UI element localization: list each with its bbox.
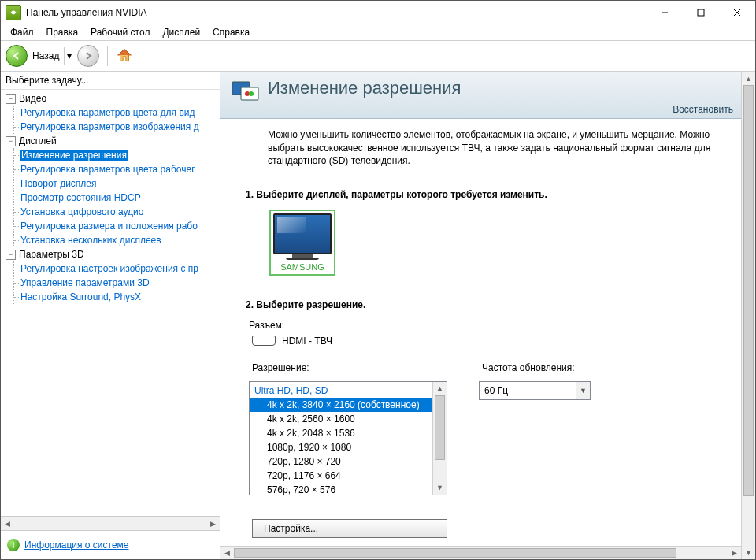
content-header: Изменение разрешения Восстановить [220,72,741,119]
tree-item-digital-audio[interactable]: Установка цифрового аудио [20,206,143,217]
sidebar-horizontal-scrollbar[interactable]: ◀ ▶ [1,516,220,530]
back-dropdown-icon[interactable]: ▾ [64,47,74,65]
tree-category-3d[interactable]: Параметры 3D [19,249,84,260]
menu-help[interactable]: Справка [208,25,254,39]
menu-display[interactable]: Дисплей [158,25,205,39]
hdmi-icon [252,336,276,346]
step2-title: 2. Выберите разрешение. [246,299,741,310]
restore-link[interactable]: Восстановить [673,104,733,115]
listbox-scrollbar[interactable]: ▲ ▼ [432,382,447,495]
display-name-label: SAMSUNG [273,262,332,272]
scroll-up-icon[interactable]: ▲ [742,72,755,85]
scrollbar-thumb[interactable] [234,548,676,558]
toolbar-separator [107,46,108,66]
tree-item-manage-3d[interactable]: Управление параметрами 3D [20,277,150,288]
tree-item-size-position[interactable]: Регулировка размера и положения рабо [20,221,198,232]
resolution-label: Разрешение: [252,362,447,373]
content-horizontal-scrollbar[interactable]: ◀ ▶ [220,546,741,559]
tree-expander-icon[interactable]: − [6,250,16,260]
home-button[interactable] [116,46,133,66]
nvidia-app-icon [6,5,21,20]
window-title: Панель управления NVIDIA [26,7,647,18]
back-label: Назад [32,50,59,61]
tree-item-surround-physx[interactable]: Настройка Surround, PhysX [20,291,141,302]
sidebar: Выберите задачу... −Видео Регулировка па… [1,72,220,559]
toolbar: Назад ▾ [1,40,755,72]
menu-file[interactable]: Файл [6,25,39,39]
menu-edit[interactable]: Правка [42,25,83,39]
scroll-down-icon[interactable]: ▼ [742,546,755,559]
back-arrow-icon [6,45,28,67]
resolution-option[interactable]: 720p, 1176 × 664 [250,469,432,483]
tree-expander-icon[interactable]: − [6,136,16,146]
scrollbar-thumb[interactable] [435,395,445,460]
resolution-group-label: Ultra HD, HD, SD [250,384,432,398]
task-tree: −Видео Регулировка параметров цвета для … [1,89,220,516]
svg-point-7 [249,91,254,96]
scroll-down-icon[interactable]: ▼ [433,481,447,495]
content-vertical-scrollbar[interactable]: ▲ ▼ [741,72,755,559]
display-thumbnail[interactable]: SAMSUNG [269,210,335,276]
scroll-right-icon[interactable]: ▶ [206,517,220,530]
resolution-option[interactable]: 4k x 2k, 2560 × 1600 [250,412,432,426]
maximize-button[interactable] [683,1,719,24]
customize-button[interactable]: Настройка... [252,519,447,538]
back-button[interactable]: Назад ▾ [6,45,74,67]
svg-rect-1 [698,9,704,16]
description-text: Можно уменьшить количество элементов, от… [268,128,740,167]
chevron-down-icon[interactable]: ▼ [576,382,590,399]
tree-category-video[interactable]: Видео [19,93,46,104]
connector-label: Разъем: [249,320,741,331]
tree-item-multiple-displays[interactable]: Установка нескольких дисплеев [20,235,161,246]
tree-item-image-settings[interactable]: Регулировка настроек изображения с пр [20,263,198,274]
refresh-rate-value: 60 Гц [480,385,576,396]
resolution-option[interactable]: 1080p, 1920 × 1080 [250,440,432,454]
close-button[interactable] [719,1,755,24]
connector-value: HDMI - ТВЧ [282,336,332,347]
system-info-link[interactable]: Информация о системе [24,540,128,551]
page-title: Изменение разрешения [268,78,461,98]
minimize-button[interactable] [647,1,683,24]
tree-item-change-resolution[interactable]: Изменение разрешения [20,150,128,161]
task-label: Выберите задачу... [1,72,220,89]
scroll-left-icon[interactable]: ◀ [1,517,14,530]
content-area: Изменение разрешения Восстановить Можно … [220,72,741,559]
menu-desktop[interactable]: Рабочий стол [86,25,154,39]
resolution-option[interactable]: 4k x 2k, 3840 × 2160 (собственное) [250,398,432,412]
monitor-icon [273,213,332,254]
sidebar-footer: i Информация о системе [1,530,220,559]
refresh-rate-label: Частота обновления: [482,362,591,373]
resolution-option[interactable]: 576p, 720 × 576 [250,483,432,495]
menubar: Файл Правка Рабочий стол Дисплей Справка [1,24,755,40]
refresh-rate-combobox[interactable]: 60 Гц ▼ [479,381,591,400]
scroll-right-icon[interactable]: ▶ [728,547,741,559]
window: Панель управления NVIDIA Файл Правка Раб… [0,0,756,560]
resolution-listbox[interactable]: Ultra HD, HD, SD 4k x 2k, 3840 × 2160 (с… [249,381,447,495]
resolution-option[interactable]: 720p, 1280 × 720 [250,454,432,469]
tree-category-display[interactable]: Дисплей [19,135,57,146]
tree-item-hdcp-status[interactable]: Просмотр состояния HDCP [20,192,141,203]
resolution-option[interactable]: 4k x 2k, 2048 × 1536 [250,426,432,440]
scroll-up-icon[interactable]: ▲ [433,382,447,395]
info-icon: i [7,539,20,551]
tree-item-video-image[interactable]: Регулировка параметров изображения д [20,121,199,132]
tree-item-video-color[interactable]: Регулировка параметров цвета для вид [20,107,195,118]
tree-item-desktop-color[interactable]: Регулировка параметров цвета рабочег [20,164,195,175]
tree-item-rotate-display[interactable]: Поворот дисплея [20,178,97,189]
forward-button[interactable] [77,45,99,67]
tree-expander-icon[interactable]: − [6,94,16,104]
scroll-left-icon[interactable]: ◀ [220,547,234,559]
header-displays-icon [232,78,260,106]
titlebar: Панель управления NVIDIA [1,1,755,24]
scrollbar-thumb[interactable] [743,85,754,496]
step1-title: 1. Выберите дисплей, параметры которого … [246,189,741,200]
